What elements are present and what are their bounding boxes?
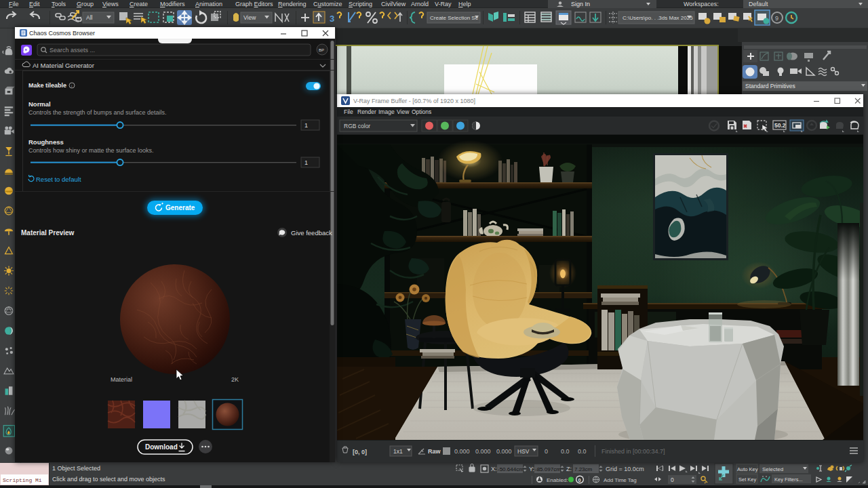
svg-text:Make tileable: Make tileable [28,82,66,89]
svg-text:Add Time Tag: Add Time Tag [604,477,637,483]
svg-text:1 Object Selected: 1 Object Selected [52,465,100,472]
svg-text:All: All [86,14,93,21]
svg-text:Material Preview: Material Preview [21,229,75,237]
svg-text:0.000: 0.000 [496,448,512,455]
svg-text:0.000: 0.000 [475,448,491,455]
svg-text:Material: Material [111,376,132,383]
svg-text:Create Selection Se: Create Selection Se [430,15,479,21]
svg-text:1: 1 [304,159,308,166]
svg-text:Raw: Raw [428,448,441,455]
svg-text:1x1: 1x1 [393,448,403,455]
svg-text:X:: X: [491,466,497,472]
svg-text:1: 1 [304,122,308,129]
svg-text:Key Filters...: Key Filters... [774,476,803,483]
svg-text:-85.097cm: -85.097cm [535,466,561,472]
svg-text:HSV: HSV [517,448,530,455]
svg-text:Reset to default: Reset to default [36,176,81,183]
svg-text:Roughness: Roughness [28,138,64,146]
svg-text:Controls the strength of bumps: Controls the strength of bumps and surfa… [28,109,167,116]
svg-text:0.000: 0.000 [454,448,470,455]
svg-text:3: 3 [330,14,334,24]
svg-text:C:\Users\po. . .3ds Max 2025: C:\Users\po. . .3ds Max 2025 [623,15,693,21]
svg-text:Controls how shiny or matte th: Controls how shiny or matte the surface … [28,147,154,154]
svg-text:50.2: 50.2 [774,122,786,129]
svg-text:Download: Download [145,443,178,451]
svg-text:0.0: 0.0 [578,448,587,455]
svg-text:9: 9 [775,15,778,22]
svg-text:BP: BP [319,48,324,52]
svg-text:Generate: Generate [165,204,195,211]
svg-text:Scripting Mi: Scripting Mi [3,477,42,483]
svg-text:Grid = 10.0cm: Grid = 10.0cm [606,466,644,472]
svg-text:Set Key: Set Key [738,476,757,483]
svg-text:Sign In: Sign In [571,1,590,7]
svg-text:[0, 0]: [0, 0] [353,449,367,455]
svg-text:Standard Primitives: Standard Primitives [745,83,795,89]
svg-text:Normal: Normal [28,100,51,108]
svg-text:Y:: Y: [529,466,534,472]
svg-text:Selected: Selected [762,466,783,472]
svg-text:i: i [71,84,72,88]
svg-text:0: 0 [545,448,548,455]
svg-text:AI Material Generator: AI Material Generator [33,62,94,69]
svg-text:View: View [243,14,256,21]
svg-text:0.0: 0.0 [561,448,570,455]
svg-text:Z:: Z: [566,466,572,472]
svg-text:2K: 2K [231,376,239,383]
svg-text:Auto Key: Auto Key [737,466,758,472]
svg-text:Give feedback: Give feedback [291,229,332,237]
svg-text:7.23cm: 7.23cm [574,466,593,472]
svg-text:-50.644cm: -50.644cm [498,466,524,472]
svg-text:Finished in [00:00:34.7]: Finished in [00:00:34.7] [601,448,665,455]
svg-text:Search assets ...: Search assets ... [50,47,95,54]
svg-text:0: 0 [671,476,674,483]
svg-text:RGB color: RGB color [344,123,370,129]
svg-text:Enabled:: Enabled: [547,477,568,483]
svg-text:0: 0 [578,477,581,483]
svg-text:Click and drag to select and m: Click and drag to select and move object… [52,476,165,483]
svg-text:Default: Default [749,1,768,7]
